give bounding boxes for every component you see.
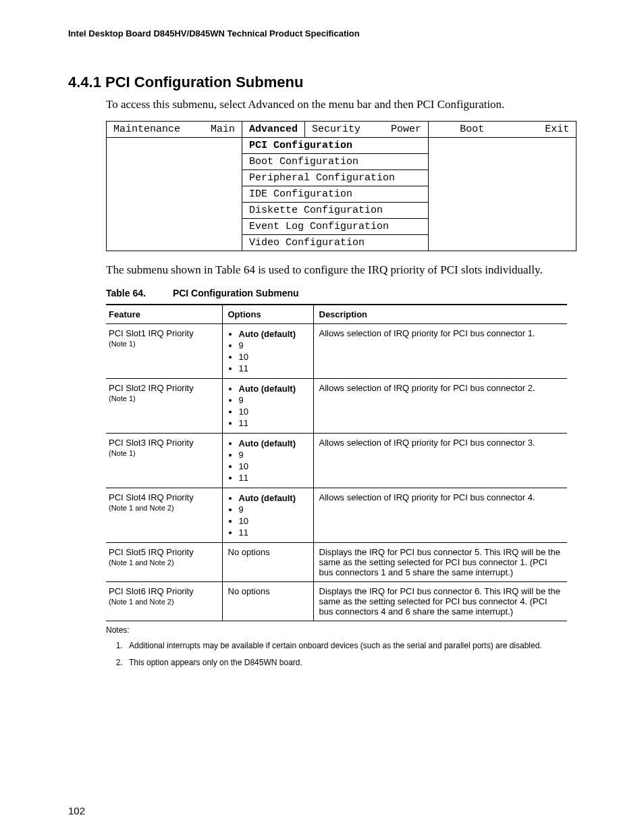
option-item: Auto (default) xyxy=(239,328,308,340)
config-table: Feature Options Description PCI Slot1 IR… xyxy=(106,304,567,621)
option-item: 9 xyxy=(239,394,308,406)
option-item: 11 xyxy=(239,363,308,374)
option-item: 9 xyxy=(239,449,308,461)
bios-submenu-item: Peripheral Configuration xyxy=(242,170,429,186)
option-item: 9 xyxy=(239,340,308,351)
bios-submenu-item: Video Configuration xyxy=(242,235,429,251)
option-item: Auto (default) xyxy=(239,438,308,449)
option-item: 11 xyxy=(239,527,308,538)
feature-cell: PCI Slot4 IRQ Priority(Note 1 and Note 2… xyxy=(106,488,222,543)
bios-menu-bar: Maintenance Main Advanced Security Power… xyxy=(107,122,576,138)
feature-cell: PCI Slot5 IRQ Priority(Note 1 and Note 2… xyxy=(106,543,222,582)
table-header-row: Feature Options Description xyxy=(106,305,567,324)
running-head: Intel Desktop Board D845HV/D845WN Techni… xyxy=(68,28,566,38)
table-row: PCI Slot3 IRQ Priority(Note 1)Auto (defa… xyxy=(106,434,567,488)
options-cell: Auto (default)91011 xyxy=(222,324,313,379)
description-cell: Displays the IRQ for PCI bus connector 5… xyxy=(313,543,567,582)
options-cell: No options xyxy=(222,582,313,621)
bios-tab-label: Boot xyxy=(460,124,484,135)
description-cell: Displays the IRQ for PCI bus connector 6… xyxy=(313,582,567,621)
bios-tab-label: Power xyxy=(391,124,421,135)
bios-tab-label: Main xyxy=(211,124,235,135)
bios-submenu-item: IDE Configuration xyxy=(242,186,429,203)
table-row: PCI Slot1 IRQ Priority(Note 1)Auto (defa… xyxy=(106,324,567,379)
notes-list: Additional interrupts may be available i… xyxy=(106,639,566,673)
options-list: Auto (default)91011 xyxy=(228,383,308,429)
description-cell: Allows selection of IRQ priority for PCI… xyxy=(313,434,567,488)
bios-tab-maintenance-main: Maintenance Main xyxy=(107,122,242,138)
options-list: Auto (default)91011 xyxy=(228,492,308,538)
notes-label: Notes: xyxy=(106,625,566,635)
option-item: 9 xyxy=(239,504,308,515)
feature-cell: PCI Slot3 IRQ Priority(Note 1) xyxy=(106,434,222,488)
feature-cell: PCI Slot1 IRQ Priority(Note 1) xyxy=(106,324,222,379)
feature-name: PCI Slot6 IRQ Priority xyxy=(109,586,217,596)
option-item: 10 xyxy=(239,515,308,527)
submenu-description: The submenu shown in Table 64 is used to… xyxy=(106,263,566,277)
bios-tab-advanced: Advanced xyxy=(242,122,305,138)
page-number: 102 xyxy=(68,805,85,816)
bios-tab-label: Security xyxy=(312,124,360,135)
option-item: Auto (default) xyxy=(239,383,308,394)
feature-name: PCI Slot1 IRQ Priority xyxy=(109,328,217,338)
bios-tab-security-power: Security Power xyxy=(305,122,429,138)
feature-note: (Note 1) xyxy=(109,449,217,457)
option-item: 10 xyxy=(239,351,308,363)
no-options-text: No options xyxy=(228,586,270,596)
feature-cell: PCI Slot6 IRQ Priority(Note 1 and Note 2… xyxy=(106,582,222,621)
table-row: PCI Slot2 IRQ Priority(Note 1)Auto (defa… xyxy=(106,379,567,434)
feature-note: (Note 1 and Note 2) xyxy=(109,504,217,512)
option-item: 11 xyxy=(239,417,308,429)
bios-tab-label: Maintenance xyxy=(113,124,180,135)
no-options-text: No options xyxy=(228,547,270,557)
option-item: 10 xyxy=(239,461,308,472)
options-list: Auto (default)91011 xyxy=(228,438,308,484)
note-item: Additional interrupts may be available i… xyxy=(125,639,566,656)
description-cell: Allows selection of IRQ priority for PCI… xyxy=(313,379,567,434)
options-list: Auto (default)91011 xyxy=(228,328,308,374)
section-title: 4.4.1 PCI Configuration Submenu xyxy=(68,74,566,91)
bios-tab-boot-exit: Boot Exit xyxy=(429,122,576,138)
option-item: 10 xyxy=(239,406,308,417)
bios-tab-label: Advanced xyxy=(249,124,298,135)
feature-name: PCI Slot2 IRQ Priority xyxy=(109,383,217,393)
feature-name: PCI Slot5 IRQ Priority xyxy=(109,547,217,557)
table-header: Feature xyxy=(106,305,222,324)
table-header: Description xyxy=(313,305,567,324)
options-cell: Auto (default)91011 xyxy=(222,379,313,434)
table-row: PCI Slot6 IRQ Priority(Note 1 and Note 2… xyxy=(106,582,567,621)
option-item: Auto (default) xyxy=(239,492,308,504)
page: Intel Desktop Board D845HV/D845WN Techni… xyxy=(0,0,644,834)
feature-note: (Note 1) xyxy=(109,340,217,348)
bios-tab-label: Exit xyxy=(545,124,569,135)
intro-text: To access this submenu, select Advanced … xyxy=(106,98,566,111)
table-row: PCI Slot4 IRQ Priority(Note 1 and Note 2… xyxy=(106,488,567,543)
table-caption: Table 64. PCI Configuration Submenu xyxy=(106,288,566,298)
table-caption-label: Table 64. xyxy=(106,288,170,298)
notes-block: Notes: Additional interrupts may be avai… xyxy=(106,625,566,673)
feature-name: PCI Slot4 IRQ Priority xyxy=(109,492,217,502)
feature-note: (Note 1 and Note 2) xyxy=(109,598,217,606)
bios-submenu-item: Event Log Configuration xyxy=(242,219,429,235)
feature-note: (Note 1) xyxy=(109,394,217,402)
table-header: Options xyxy=(222,305,313,324)
feature-name: PCI Slot3 IRQ Priority xyxy=(109,438,217,448)
feature-cell: PCI Slot2 IRQ Priority(Note 1) xyxy=(106,379,222,434)
note-item: This option appears only on the D845WN b… xyxy=(125,656,566,673)
description-cell: Allows selection of IRQ priority for PCI… xyxy=(313,324,567,379)
bios-submenu-item: PCI Configuration xyxy=(242,138,429,154)
table-caption-title: PCI Configuration Submenu xyxy=(173,288,299,298)
table-row: PCI Slot5 IRQ Priority(Note 1 and Note 2… xyxy=(106,543,567,582)
options-cell: Auto (default)91011 xyxy=(222,488,313,543)
options-cell: No options xyxy=(222,543,313,582)
option-item: 11 xyxy=(239,472,308,484)
options-cell: Auto (default)91011 xyxy=(222,434,313,488)
bios-submenu-item: Diskette Configuration xyxy=(242,203,429,219)
feature-note: (Note 1 and Note 2) xyxy=(109,558,217,567)
bios-submenu-item: Boot Configuration xyxy=(242,154,429,170)
bios-menu-diagram: Maintenance Main Advanced Security Power… xyxy=(106,121,576,251)
description-cell: Allows selection of IRQ priority for PCI… xyxy=(313,488,567,543)
